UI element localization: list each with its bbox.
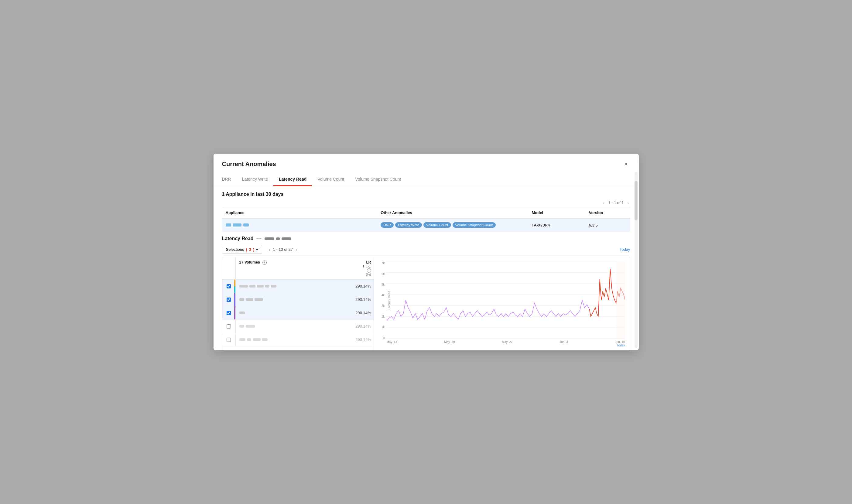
y-label-5k: 5k — [381, 283, 385, 286]
row-pct-3: 290.14% — [343, 308, 374, 318]
purple-line — [387, 300, 589, 321]
th-model: Model — [528, 208, 585, 219]
ph-n1a — [239, 285, 248, 288]
model-cell: FA-X70R4 — [528, 218, 585, 232]
lr-list: 27 Volumes i LR ⬇ Inc. i (%) — [222, 257, 374, 350]
scrollbar-thumb[interactable] — [635, 181, 638, 220]
x-label-today: Today — [617, 344, 625, 347]
y-label-1k: 1k — [381, 325, 385, 329]
ph-n4a — [239, 325, 244, 328]
list-item-1: 290.14% — [222, 280, 374, 293]
tab-drr[interactable]: DRR — [222, 174, 237, 186]
selections-label: Selections — [226, 247, 244, 252]
ph-n4b — [246, 325, 255, 328]
tab-volume-count[interactable]: Volume Count — [312, 174, 350, 186]
lr-pagination: 1 - 10 of 27 — [273, 247, 293, 252]
row-checkbox-4[interactable] — [227, 324, 231, 328]
ph-block-1 — [226, 223, 231, 227]
badge-drr: DRR — [380, 222, 394, 228]
th-appliance: Appliance — [222, 208, 377, 219]
modal-scroll[interactable]: 1 Appliance in last 30 days ‹ 1 - 1 of 1… — [214, 186, 639, 350]
y-label-7k: 7k — [381, 262, 385, 265]
lr-volumes-header: 27 Volumes i — [236, 257, 343, 279]
ph-n1d — [265, 285, 269, 288]
row-checkbox-1[interactable] — [227, 284, 231, 288]
list-item-2: 290.14% — [222, 293, 374, 306]
x-label-jun3: Jun. 3 — [560, 340, 568, 347]
lr-lrinc-header: LR ⬇ Inc. i (%) — [343, 257, 374, 279]
volumes-info-icon: i — [263, 260, 267, 265]
modal-title: Current Anomalies — [222, 161, 276, 167]
dropdown-arrow: ▾ — [256, 247, 258, 252]
row-name-5 — [236, 336, 343, 343]
row-name-2 — [236, 296, 343, 303]
anomalies-table: Appliance Other Anomalies Model Version — [222, 207, 630, 232]
check-cell-4 — [222, 320, 236, 333]
lr-inc-info-icon: i — [367, 268, 371, 273]
badges-container: DRR Latency Write Volume Count Volume Sn… — [380, 222, 524, 228]
row-name-4 — [236, 322, 343, 330]
tab-latency-write[interactable]: Latency Write — [237, 174, 273, 186]
color-bar-2 — [234, 293, 235, 306]
chart-y-axis-label: Latency Read — [388, 291, 391, 310]
close-button[interactable]: × — [622, 160, 630, 168]
tab-volume-snapshot-count[interactable]: Volume Snapshot Count — [350, 174, 406, 186]
version-cell: 6.3.5 — [585, 218, 630, 232]
ph-block-3 — [243, 223, 249, 227]
row-name-3 — [236, 309, 343, 317]
appliance-cell — [222, 218, 377, 232]
ph-n1e — [271, 285, 277, 288]
today-top-button[interactable]: Today — [620, 247, 630, 252]
x-label-jun10: Jun. 10 — [615, 340, 625, 344]
ph-title-2 — [276, 237, 280, 240]
tabs-row: DRR Latency Write Latency Read Volume Co… — [214, 174, 639, 186]
row-checkbox-2[interactable] — [227, 298, 231, 302]
check-cell-2 — [222, 293, 236, 306]
lr-chart: 7k 6k 5k 4k 3k 2k 1k 0 — [374, 257, 630, 350]
next-lr-btn[interactable]: › — [295, 247, 298, 252]
badge-latency-write: Latency Write — [395, 222, 422, 228]
th-other-anomalies: Other Anomalies — [377, 208, 528, 219]
ph-n5c — [253, 338, 261, 341]
pagination-label: 1 - 1 of 1 — [608, 200, 624, 205]
selections-button[interactable]: Selections (3) ▾ — [222, 245, 263, 254]
selections-count: ( — [246, 247, 247, 252]
ph-block-2 — [233, 223, 242, 227]
row-name-1 — [236, 282, 343, 290]
x-label-may13: May. 13 — [387, 340, 397, 347]
x-label-may27: May. 27 — [502, 340, 512, 347]
lr-title-dash: — — [257, 236, 262, 241]
ph-n5d — [262, 338, 268, 341]
row-pct-4: 290.14% — [343, 322, 374, 331]
y-label-3k: 3k — [381, 304, 385, 308]
chart-wrapper: 7k 6k 5k 4k 3k 2k 1k 0 — [377, 262, 625, 347]
check-cell-5 — [222, 333, 236, 346]
pagination-mid: ‹ 1 - 10 of 27 › — [268, 247, 298, 252]
table-section: Appliance Other Anomalies Model Version — [214, 207, 639, 232]
modal-overlay: Current Anomalies × DRR Latency Write La… — [0, 0, 852, 504]
modal-header: Current Anomalies × — [214, 154, 639, 171]
prev-lr-btn[interactable]: ‹ — [268, 247, 271, 252]
scrollbar-track — [635, 172, 638, 348]
next-page-btn[interactable]: › — [626, 200, 630, 205]
prev-page-btn[interactable]: ‹ — [602, 200, 606, 205]
chart-inner: Latency Read — [387, 262, 625, 339]
selections-count-val: 3 — [249, 247, 251, 252]
row-checkbox-3[interactable] — [227, 311, 231, 315]
check-cell-1 — [222, 280, 236, 293]
list-item-5: 290.14% — [222, 333, 374, 346]
pagination-top: ‹ 1 - 1 of 1 › — [214, 199, 639, 207]
ph-n1b — [249, 285, 255, 288]
ph-n1c — [257, 285, 264, 288]
row-pct-2: 290.14% — [343, 295, 374, 304]
row-checkbox-5[interactable] — [227, 338, 231, 342]
tab-latency-read[interactable]: Latency Read — [273, 174, 312, 186]
th-version: Version — [585, 208, 630, 219]
y-label-4k: 4k — [381, 293, 385, 297]
latency-read-section: Latency Read — Selections (3) ▾ — [214, 232, 639, 350]
today-highlight — [616, 262, 625, 339]
y-label-2k: 2k — [381, 315, 385, 318]
y-label-6k: 6k — [381, 272, 385, 276]
scrollbar-bg — [635, 172, 638, 348]
ph-n3a — [239, 311, 245, 314]
